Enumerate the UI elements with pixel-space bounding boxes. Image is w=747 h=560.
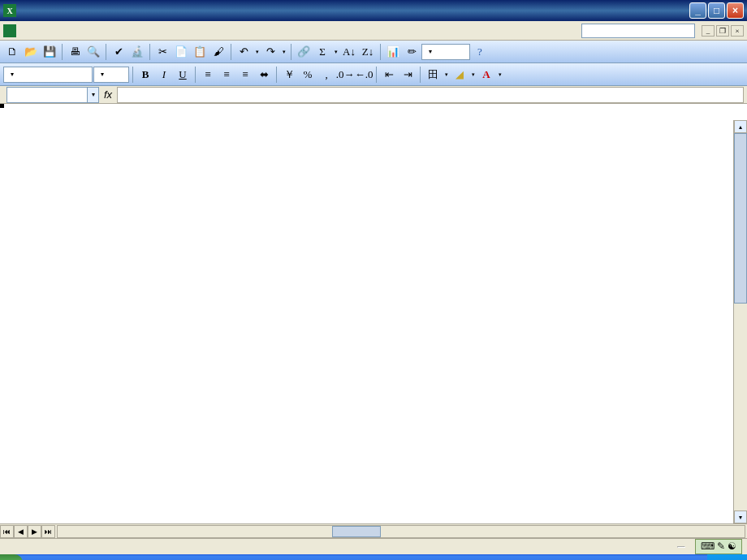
chart-button[interactable]: 📊 [384,43,402,61]
cut-button[interactable]: ✂ [153,43,171,61]
decrease-indent-button[interactable]: ⇤ [380,66,398,84]
tab-next-button[interactable]: ▶ [28,525,41,538]
copy-button[interactable]: 📄 [172,43,190,61]
fontsize-combo[interactable]: ▾ [93,67,129,83]
undo-dropdown[interactable]: ▾ [253,49,261,55]
fx-button[interactable]: fx [104,88,112,101]
doc-minimize-button[interactable]: _ [702,25,715,37]
research-button[interactable]: 🔬 [128,43,146,61]
decrease-decimal-button[interactable]: ←.0 [355,66,373,84]
worksheet-area: ▴ ▾ ⏮ ◀ ▶ ⏭ [0,104,747,538]
increase-decimal-button[interactable]: .0→ [336,66,354,84]
help-button[interactable]: ? [471,43,489,61]
autosum-button[interactable]: Σ [313,43,331,61]
doc-icon[interactable] [3,24,16,37]
align-left-button[interactable]: ≡ [199,66,217,84]
horizontal-scrollbar[interactable] [57,525,745,538]
menu-bar: _ ❐ × [0,21,747,41]
sort-desc-button[interactable]: Z↓ [359,43,377,61]
name-box-dropdown[interactable]: ▾ [88,87,99,103]
status-bar: ⌨ ✎ ☯ [0,538,747,554]
bold-button[interactable]: B [136,66,154,84]
taskbar: 🛡 🔊 [0,554,747,560]
currency-button[interactable]: ￥ [280,66,298,84]
active-cell-marker [0,104,3,107]
drawing-button[interactable]: ✏ [403,43,421,61]
undo-button[interactable]: ↶ [235,43,253,61]
tab-prev-button[interactable]: ◀ [14,525,28,538]
ime-indicator[interactable]: ⌨ ✎ ☯ [695,539,742,554]
spellcheck-button[interactable]: ✔ [110,43,127,61]
doc-close-button[interactable]: × [731,25,744,37]
doc-restore-button[interactable]: ❐ [716,25,729,37]
standard-toolbar: 🗋 📂 💾 🖶 🔍 ✔ 🔬 ✂ 📄 📋 🖌 ↶▾ ↷▾ 🔗 Σ▾ A↓ Z↓ 📊… [0,41,747,63]
underline-button[interactable]: U [174,66,192,84]
align-right-button[interactable]: ≡ [236,66,254,84]
close-button[interactable]: × [727,2,744,19]
title-bar: X _ □ × [0,0,747,21]
font-color-button[interactable]: A [477,66,495,84]
borders-dropdown[interactable]: ▾ [443,71,450,78]
scroll-down-button[interactable]: ▾ [734,510,747,523]
save-button[interactable]: 💾 [41,43,58,61]
paste-button[interactable]: 📋 [191,43,209,61]
redo-button[interactable]: ↷ [261,43,279,61]
font-combo[interactable]: ▾ [3,67,93,83]
redo-dropdown[interactable]: ▾ [280,49,287,55]
formula-bar: ▾ fx [0,86,747,104]
help-search-input[interactable] [581,24,695,38]
fill-color-button[interactable]: ◢ [451,66,468,84]
fill-color-dropdown[interactable]: ▾ [469,71,477,78]
maximize-button[interactable]: □ [708,2,725,19]
status-num-indicator [677,546,685,548]
format-painter-button[interactable]: 🖌 [209,43,227,61]
vscroll-thumb[interactable] [734,133,747,304]
increase-indent-button[interactable]: ⇥ [399,66,417,84]
borders-button[interactable]: 田 [424,66,442,84]
scroll-up-button[interactable]: ▴ [734,120,747,133]
print-button[interactable]: 🖶 [66,43,84,61]
align-center-button[interactable]: ≡ [218,66,235,84]
zoom-combo[interactable]: ▾ [421,44,470,60]
name-box[interactable] [6,87,88,103]
minimize-button[interactable]: _ [689,2,706,19]
merge-center-button[interactable]: ⬌ [255,66,273,84]
italic-button[interactable]: I [155,66,173,84]
sheet-tabs-row: ⏮ ◀ ▶ ⏭ [0,523,747,538]
new-button[interactable]: 🗋 [3,43,21,61]
hscroll-thumb[interactable] [332,526,381,537]
formatting-toolbar: ▾ ▾ B I U ≡ ≡ ≡ ⬌ ￥ % , .0→ ←.0 ⇤ ⇥ 田▾ ◢… [0,63,747,86]
percent-button[interactable]: % [299,66,317,84]
open-button[interactable]: 📂 [22,43,40,61]
vertical-scrollbar[interactable]: ▴ ▾ [733,120,747,523]
print-preview-button[interactable]: 🔍 [84,43,102,61]
autosum-dropdown[interactable]: ▾ [332,49,339,55]
comma-button[interactable]: , [317,66,335,84]
formula-input[interactable] [117,87,744,103]
tab-first-button[interactable]: ⏮ [0,525,14,538]
font-color-dropdown[interactable]: ▾ [496,71,503,78]
excel-icon: X [3,4,16,17]
system-tray[interactable]: 🛡 🔊 [707,554,747,560]
hyperlink-button[interactable]: 🔗 [295,43,313,61]
tab-last-button[interactable]: ⏭ [41,525,55,538]
start-button[interactable] [0,554,23,560]
sort-asc-button[interactable]: A↓ [340,43,358,61]
